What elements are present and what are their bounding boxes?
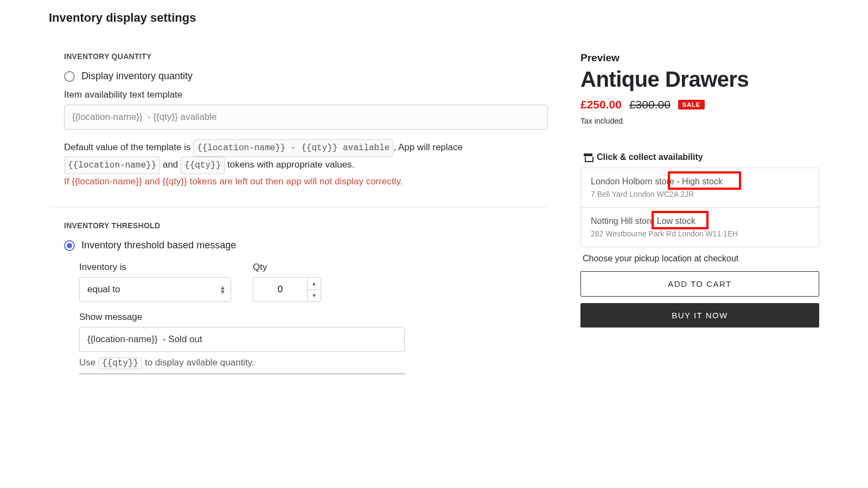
qty-stepper: ▲ ▼ [307, 277, 321, 302]
tax-included-note: Tax included. [580, 117, 819, 125]
click-collect-heading: Click & collect availability [597, 152, 703, 162]
inventory-quantity-heading: INVENTORY QUANTITY [64, 52, 548, 61]
help-mid2: tokens with appropriate values. [225, 159, 354, 170]
location-address: 7 Bell Yard London WC2A 2JR [591, 190, 809, 198]
show-message-label: Show message [79, 312, 548, 323]
location-address: 282 Westbourne Park Rd London W11 1EH [591, 229, 809, 238]
hint-token: {{qty}} [98, 357, 142, 369]
bottom-divider [79, 374, 405, 374]
location-stock-status: - High stock [674, 177, 723, 186]
settings-panel: INVENTORY QUANTITY Display inventory qua… [49, 52, 548, 374]
help-lead: Default value of the template is [64, 142, 193, 152]
location-item[interactable]: Notting Hill store Low stock 282 Westbou… [581, 207, 819, 247]
location-list: London Holborn store - High stock 7 Bell… [580, 168, 819, 247]
token-full: {{location-name}} - {{qty}} available [193, 139, 393, 157]
display-inventory-quantity-label: Display inventory quantity [81, 70, 193, 82]
buy-it-now-button[interactable]: BUY IT NOW [580, 303, 819, 328]
sale-badge: SALE [678, 100, 705, 110]
original-price: £300.00 [629, 98, 671, 111]
select-chevron-icon: ▲▼ [220, 285, 226, 294]
qty-label: Qty [253, 262, 321, 273]
token-qty: {{qty}} [181, 157, 225, 174]
threshold-message-radio[interactable] [64, 240, 75, 251]
template-field-label: Item availability text template [64, 89, 548, 100]
display-inventory-quantity-radio[interactable] [64, 71, 75, 82]
add-to-cart-button[interactable]: ADD TO CART [580, 271, 819, 297]
location-name: London Holborn store [591, 177, 674, 186]
product-title: Antique Drawers [580, 67, 819, 92]
qty-increment-button[interactable]: ▲ [308, 278, 321, 290]
inventory-is-select[interactable]: equal to [79, 277, 231, 302]
location-name: Notting Hill store [591, 216, 654, 226]
help-mid1: , App will replace [393, 142, 463, 152]
preview-heading: Preview [580, 52, 819, 64]
hint-suffix: to display avilable quantity. [142, 357, 254, 368]
show-message-input[interactable] [79, 327, 405, 352]
threshold-message-label: Inventory threshold based message [81, 240, 236, 251]
qty-input[interactable] [253, 277, 307, 302]
page-title: Inventory display settings [49, 11, 819, 25]
hint-prefix: Use [79, 357, 98, 368]
template-warning: If {{location-name}} and {{qty}} tokens … [64, 174, 548, 189]
inventory-is-label: Inventory is [79, 262, 231, 273]
template-help-text: Default value of the template is {{locat… [64, 139, 548, 189]
show-message-hint: Use {{qty}} to display avilable quantity… [79, 357, 548, 369]
help-and: and [160, 159, 181, 170]
section-divider [49, 207, 548, 207]
preview-panel: Preview Antique Drawers £250.00 £300.00 … [580, 52, 819, 374]
store-icon [584, 153, 592, 161]
location-item[interactable]: London Holborn store - High stock 7 Bell… [581, 168, 819, 207]
inventory-threshold-heading: INVENTORY THRESHOLD [64, 221, 548, 230]
pickup-note: Choose your pickup location at checkout [583, 254, 819, 264]
sale-price: £250.00 [580, 98, 622, 111]
template-input[interactable] [64, 105, 548, 130]
qty-decrement-button[interactable]: ▼ [308, 290, 321, 302]
token-location: {{location-name}} [64, 157, 160, 174]
location-stock-status: Low stock [654, 216, 695, 226]
